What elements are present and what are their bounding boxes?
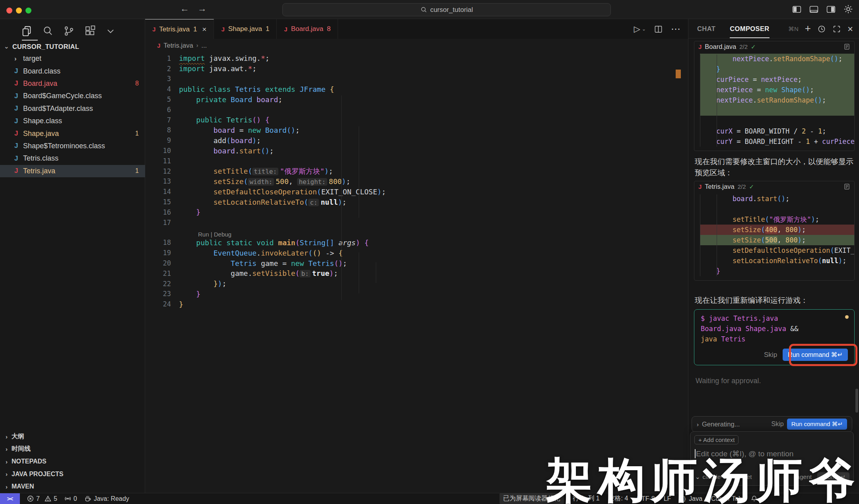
diff-line [700, 204, 854, 214]
skip-button[interactable]: Skip [772, 421, 784, 428]
file-name: Tetris.class [23, 154, 145, 163]
editor-tab-Shape.java[interactable]: JShape.java1 [214, 19, 277, 39]
toggle-primary-sidebar-icon[interactable] [792, 4, 802, 14]
extensions-icon[interactable] [84, 25, 96, 37]
cursor-position[interactable]: 行 1, 列 1 [573, 494, 600, 503]
file-tree-item-Board$TAdapter.class[interactable]: JBoard$TAdapter.class [0, 103, 145, 115]
chevron-right-icon[interactable]: › [697, 421, 699, 428]
editor-tab-bar: JTetris.java1×JShape.java1JBoard.java8 [145, 19, 688, 39]
line-number: 8 [145, 126, 171, 134]
diff-block-header[interactable]: J Tetris.java 2/2 ✓ [694, 181, 854, 192]
diff-line: nextPiece.setRandomShape(); [700, 54, 854, 64]
remote-indicator[interactable]: >< [0, 493, 20, 504]
code-line: 21 game.setVisible(b:true); [145, 268, 688, 279]
line-number: 13 [145, 177, 171, 185]
file-tree-item-Shape.java[interactable]: JShape.java1 [0, 127, 145, 140]
sidebar: ⌄ CURSOR_TUTORIAL ›targetJBoard.classJBo… [0, 19, 145, 493]
scrollbar-thumb[interactable] [855, 389, 858, 413]
more-views-chevron-icon[interactable] [105, 25, 116, 37]
diff-block-tetris: J Tetris.java 2/2 ✓ board.start(); setTi… [694, 181, 855, 281]
sidebar-section-时间线[interactable]: ›时间线 [0, 443, 145, 456]
file-tree-item-Board$GameCycle.class[interactable]: JBoard$GameCycle.class [0, 90, 145, 102]
file-tree-item-Board.class[interactable]: JBoard.class [0, 65, 145, 77]
editor-tab-Tetris.java[interactable]: JTetris.java1× [145, 19, 214, 39]
file-tree-item-target[interactable]: ›target [0, 52, 145, 65]
diff-line: } [700, 266, 854, 276]
tab-composer[interactable]: COMPOSER [730, 25, 769, 33]
close-window-button[interactable] [6, 8, 12, 14]
file-name: Shape.class [23, 117, 145, 125]
agent-toggle[interactable]: agent [796, 473, 812, 481]
cursor-tab-toggle[interactable]: Cursor Tab [711, 495, 742, 502]
section-label: 时间线 [12, 445, 31, 453]
more-actions-icon[interactable]: ⋯ [671, 23, 681, 35]
indent-guide [717, 54, 717, 147]
open-file-icon[interactable] [843, 43, 850, 50]
tab-chat[interactable]: CHAT [697, 25, 715, 33]
run-command-button[interactable]: Run command ⌘↵ [783, 349, 848, 361]
command-center-search[interactable]: cursor_tutorial [282, 3, 611, 16]
breadcrumb[interactable]: J Tetris.java › ... [145, 39, 688, 52]
java-file-icon: J [14, 105, 23, 112]
file-tree-item-Board.java[interactable]: JBoard.java8 [0, 78, 145, 90]
submit-button[interactable]: submit ↵ [817, 472, 849, 482]
sidebar-section-JAVA PROJECTS[interactable]: ›JAVA PROJECTS [0, 468, 145, 481]
sidebar-section-MAVEN[interactable]: ›MAVEN [0, 481, 145, 493]
screen-reader-status[interactable]: 已为屏幕阅读器优化 [499, 493, 564, 504]
toggle-secondary-sidebar-icon[interactable] [826, 4, 836, 14]
line-number: 2 [145, 65, 171, 73]
language-mode[interactable]: {} Java [680, 495, 702, 502]
file-tree-item-Tetris.java[interactable]: JTetris.java1 [0, 165, 145, 177]
minimize-window-button[interactable] [16, 8, 22, 14]
eol-setting[interactable]: LF [664, 495, 671, 502]
model-selector[interactable]: claude-3.5-sonnet [703, 473, 752, 481]
sidebar-section-NOTEPADS[interactable]: ›NOTEPADS [0, 456, 145, 468]
breadcrumb-file: Tetris.java [163, 42, 193, 49]
add-context-button[interactable]: + Add context [694, 435, 739, 444]
notifications-bell-icon[interactable] [751, 495, 758, 502]
encoding-setting[interactable]: UTF-8 [637, 495, 655, 502]
codelens-run-debug[interactable]: Run | Debug [145, 228, 688, 238]
close-tab-icon[interactable]: × [202, 25, 206, 34]
explorer-root-folder[interactable]: ⌄ CURSOR_TUTORIAL [0, 41, 145, 52]
indent-guide [359, 126, 359, 218]
line-number: 21 [145, 269, 171, 277]
navigate-forward-button[interactable]: → [196, 3, 208, 14]
code-editor[interactable]: 1import javax.swing.*;2import java.awt.*… [145, 52, 688, 493]
run-command-button[interactable]: Run command ⌘↵ [787, 419, 847, 430]
search-sidebar-icon[interactable] [42, 25, 54, 37]
indentation-setting[interactable]: 空格: 4 [608, 494, 628, 503]
code-line: 20 Tetris game = new Tetris(); [145, 258, 688, 268]
navigate-back-button[interactable]: ← [178, 3, 191, 14]
settings-gear-icon[interactable] [843, 4, 853, 14]
problems-indicator[interactable]: 7 5 [27, 495, 57, 502]
split-editor-icon[interactable] [654, 25, 663, 34]
new-chat-icon[interactable]: + [805, 22, 811, 35]
run-button[interactable]: ▷⌄ [634, 24, 646, 34]
close-panel-icon[interactable]: × [847, 23, 853, 35]
editor-area: JTetris.java1×JShape.java1JBoard.java8 ▷… [145, 19, 688, 493]
line-number: 6 [145, 106, 171, 114]
sidebar-section-大纲[interactable]: ›大纲 [0, 430, 145, 443]
explorer-icon[interactable] [21, 25, 33, 37]
expand-icon[interactable] [832, 25, 841, 33]
toggle-panel-icon[interactable] [809, 4, 819, 14]
file-tree-item-Shape$Tetrominoes.class[interactable]: JShape$Tetrominoes.class [0, 140, 145, 152]
history-icon[interactable] [817, 25, 826, 33]
indent-guide [341, 95, 342, 300]
file-tree-item-Shape.class[interactable]: JShape.class [0, 115, 145, 127]
chevron-right-icon: › [14, 55, 23, 63]
editor-tab-Board.java[interactable]: JBoard.java8 [277, 19, 338, 39]
open-file-icon[interactable] [843, 183, 850, 190]
ports-indicator[interactable]: 0 [64, 495, 77, 502]
diff-line: nextPiece = new Shape(); [700, 85, 854, 95]
file-tree-item-Tetris.class[interactable]: JTetris.class [0, 152, 145, 165]
section-label: MAVEN [12, 483, 34, 490]
source-control-icon[interactable] [63, 25, 75, 37]
composer-input-placeholder[interactable]: Edit code (⌘I), @ to mention [696, 449, 793, 458]
maximize-window-button[interactable] [25, 8, 31, 14]
skip-button[interactable]: Skip [764, 351, 777, 359]
diff-line [700, 116, 854, 126]
java-status[interactable]: Java: Ready [84, 495, 129, 502]
diff-block-header[interactable]: J Board.java 2/2 ✓ [694, 41, 854, 52]
